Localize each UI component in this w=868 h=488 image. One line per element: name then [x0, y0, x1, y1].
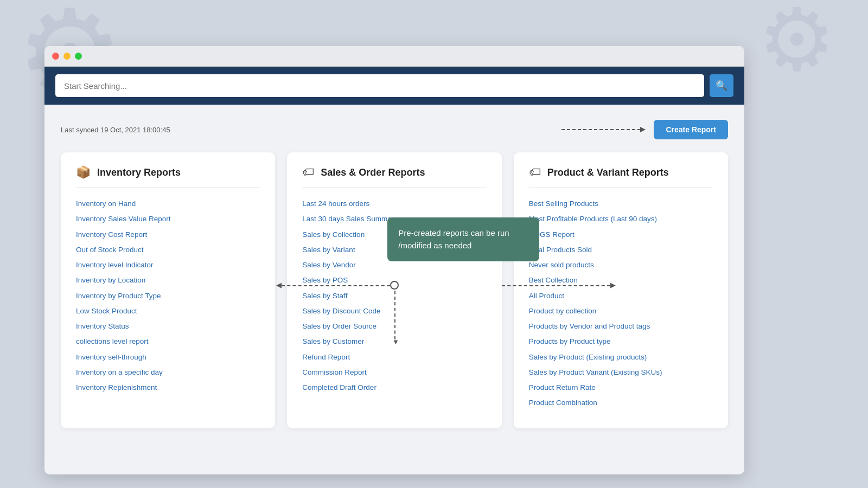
card-inventory-title-row: 📦 Inventory Reports [76, 165, 260, 188]
arrow-create-line [556, 123, 654, 136]
arrow-left-horizontal [282, 285, 390, 286]
link-sales-by-product-existing[interactable]: Sales by Product (Existing products) [529, 352, 713, 363]
title-bar [44, 46, 744, 67]
link-inventory-sales-value[interactable]: Inventory Sales Value Report [76, 214, 260, 224]
inventory-icon: 📦 [76, 165, 91, 179]
link-products-by-vendor-tags[interactable]: Products by Vendor and Product tags [529, 321, 713, 332]
create-report-button[interactable]: Create Report [654, 120, 728, 139]
link-refund-report[interactable]: Refund Report [302, 352, 486, 363]
link-most-profitable[interactable]: Most Profitable Products (Last 90 days) [529, 214, 713, 224]
link-completed-draft-order[interactable]: Completed Draft Order [302, 382, 486, 393]
link-products-by-product-type[interactable]: Products by Product type [529, 336, 713, 347]
card-product: 🏷 Product & Variant Reports Best Selling… [514, 152, 728, 428]
card-product-title-row: 🏷 Product & Variant Reports [529, 165, 713, 188]
link-out-of-stock[interactable]: Out of Stock Product [76, 245, 260, 255]
link-inventory-by-location[interactable]: Inventory by Location [76, 275, 260, 286]
link-sales-by-vendor[interactable]: Sales by Vendor [302, 260, 486, 271]
link-collections-level-report[interactable]: collections level report [76, 336, 260, 347]
arrow-center-dot [390, 281, 399, 290]
card-sales-title-row: 🏷 Sales & Order Reports [302, 165, 486, 188]
sales-icon: 🏷 [302, 165, 314, 179]
arrow-down-vertical [394, 285, 395, 339]
browser-window: 🔍 Last synced 19 Oct, 2021 18:00:45 Crea… [44, 46, 744, 474]
link-total-products-sold[interactable]: Total Products Sold [529, 245, 713, 255]
cards-row: 📦 Inventory Reports Inventory on Hand In… [61, 152, 728, 428]
search-button[interactable]: 🔍 [710, 74, 733, 97]
link-never-sold-products[interactable]: Never sold products [529, 260, 713, 271]
sync-text: Last synced 19 Oct, 2021 18:00:45 [61, 126, 170, 134]
link-inventory-sell-through[interactable]: Inventory sell-through [76, 352, 260, 363]
link-inventory-specific-day[interactable]: Inventory on a specific day [76, 367, 260, 378]
link-inventory-level-indicator[interactable]: Inventory level Indicator [76, 260, 260, 271]
link-low-stock-product[interactable]: Low Stock Product [76, 306, 260, 317]
header-bar: 🔍 [44, 67, 744, 105]
search-icon: 🔍 [716, 80, 727, 92]
link-product-combination[interactable]: Product Combination [529, 397, 713, 408]
search-input[interactable] [55, 74, 704, 97]
link-inventory-replenishment[interactable]: Inventory Replenishment [76, 382, 260, 393]
arrow-right-horizontal [502, 285, 610, 286]
main-content: Last synced 19 Oct, 2021 18:00:45 Create… [44, 105, 744, 439]
link-last-24h-orders[interactable]: Last 24 hours orders [302, 198, 486, 209]
link-sales-by-product-variant[interactable]: Sales by Product Variant (Existing SKUs) [529, 367, 713, 378]
sync-row: Last synced 19 Oct, 2021 18:00:45 Create… [61, 120, 728, 139]
link-product-by-collection[interactable]: Product by collection [529, 306, 713, 317]
card-sales: Pre-created reports can be run /modified… [287, 152, 501, 428]
product-icon: 🏷 [529, 165, 541, 179]
link-all-product[interactable]: All Product [529, 291, 713, 301]
traffic-dot-red [52, 53, 59, 60]
link-commission-report[interactable]: Commission Report [302, 367, 486, 378]
tooltip-precreated-text: Pre-created reports can be run /modified… [398, 228, 509, 250]
tooltip-precreated: Pre-created reports can be run /modified… [387, 217, 539, 261]
traffic-dot-yellow [63, 53, 71, 60]
link-inventory-on-hand[interactable]: Inventory on Hand [76, 198, 260, 209]
link-inventory-status[interactable]: Inventory Status [76, 321, 260, 332]
link-inventory-cost-report[interactable]: Inventory Cost Report [76, 229, 260, 240]
link-cogs-report[interactable]: COGS Report [529, 229, 713, 240]
bg-gear-right-icon: ⚙ [758, 0, 835, 91]
card-inventory: 📦 Inventory Reports Inventory on Hand In… [61, 152, 275, 428]
traffic-dot-green [75, 53, 82, 60]
link-inventory-by-product-type[interactable]: Inventory by Product Type [76, 291, 260, 301]
link-product-return-rate[interactable]: Product Return Rate [529, 382, 713, 393]
card-product-title: Product & Variant Reports [547, 167, 669, 178]
svg-marker-1 [640, 127, 646, 132]
link-best-collection[interactable]: Best Collection [529, 275, 713, 286]
card-sales-title: Sales & Order Reports [321, 167, 425, 178]
card-inventory-title: Inventory Reports [97, 167, 181, 178]
link-best-selling[interactable]: Best Selling Products [529, 198, 713, 209]
